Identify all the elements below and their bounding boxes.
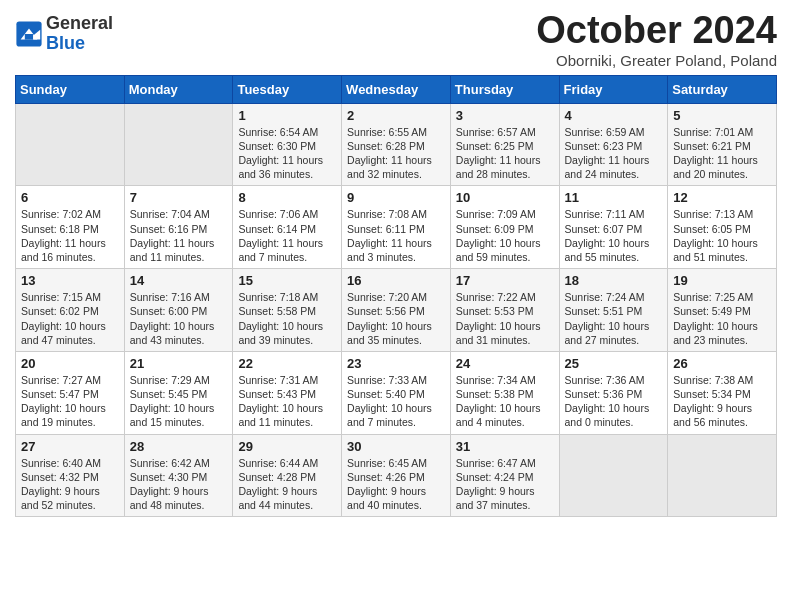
header-day-saturday: Saturday xyxy=(668,75,777,103)
cell-content: Sunrise: 7:15 AM Sunset: 6:02 PM Dayligh… xyxy=(21,290,119,347)
day-number: 14 xyxy=(130,273,228,288)
logo-icon xyxy=(15,20,43,48)
header-day-tuesday: Tuesday xyxy=(233,75,342,103)
calendar-cell: 11Sunrise: 7:11 AM Sunset: 6:07 PM Dayli… xyxy=(559,186,668,269)
day-number: 16 xyxy=(347,273,445,288)
calendar-cell: 5Sunrise: 7:01 AM Sunset: 6:21 PM Daylig… xyxy=(668,103,777,186)
header-day-thursday: Thursday xyxy=(450,75,559,103)
header-day-wednesday: Wednesday xyxy=(342,75,451,103)
calendar-cell: 24Sunrise: 7:34 AM Sunset: 5:38 PM Dayli… xyxy=(450,351,559,434)
day-number: 6 xyxy=(21,190,119,205)
day-number: 10 xyxy=(456,190,554,205)
logo-general-text: General xyxy=(46,14,113,34)
calendar-table: SundayMondayTuesdayWednesdayThursdayFrid… xyxy=(15,75,777,517)
month-title: October 2024 xyxy=(536,10,777,52)
day-number: 4 xyxy=(565,108,663,123)
day-number: 17 xyxy=(456,273,554,288)
calendar-cell: 3Sunrise: 6:57 AM Sunset: 6:25 PM Daylig… xyxy=(450,103,559,186)
day-number: 7 xyxy=(130,190,228,205)
cell-content: Sunrise: 7:01 AM Sunset: 6:21 PM Dayligh… xyxy=(673,125,771,182)
cell-content: Sunrise: 7:38 AM Sunset: 5:34 PM Dayligh… xyxy=(673,373,771,430)
calendar-cell: 25Sunrise: 7:36 AM Sunset: 5:36 PM Dayli… xyxy=(559,351,668,434)
week-row: 6Sunrise: 7:02 AM Sunset: 6:18 PM Daylig… xyxy=(16,186,777,269)
day-number: 5 xyxy=(673,108,771,123)
day-number: 1 xyxy=(238,108,336,123)
day-number: 19 xyxy=(673,273,771,288)
cell-content: Sunrise: 7:09 AM Sunset: 6:09 PM Dayligh… xyxy=(456,207,554,264)
cell-content: Sunrise: 7:20 AM Sunset: 5:56 PM Dayligh… xyxy=(347,290,445,347)
calendar-cell: 7Sunrise: 7:04 AM Sunset: 6:16 PM Daylig… xyxy=(124,186,233,269)
day-number: 28 xyxy=(130,439,228,454)
calendar-cell: 16Sunrise: 7:20 AM Sunset: 5:56 PM Dayli… xyxy=(342,269,451,352)
day-number: 15 xyxy=(238,273,336,288)
week-row: 13Sunrise: 7:15 AM Sunset: 6:02 PM Dayli… xyxy=(16,269,777,352)
calendar-cell: 23Sunrise: 7:33 AM Sunset: 5:40 PM Dayli… xyxy=(342,351,451,434)
calendar-cell: 26Sunrise: 7:38 AM Sunset: 5:34 PM Dayli… xyxy=(668,351,777,434)
cell-content: Sunrise: 6:47 AM Sunset: 4:24 PM Dayligh… xyxy=(456,456,554,513)
week-row: 20Sunrise: 7:27 AM Sunset: 5:47 PM Dayli… xyxy=(16,351,777,434)
day-number: 3 xyxy=(456,108,554,123)
calendar-cell: 9Sunrise: 7:08 AM Sunset: 6:11 PM Daylig… xyxy=(342,186,451,269)
calendar-cell xyxy=(16,103,125,186)
cell-content: Sunrise: 6:55 AM Sunset: 6:28 PM Dayligh… xyxy=(347,125,445,182)
day-number: 27 xyxy=(21,439,119,454)
cell-content: Sunrise: 6:54 AM Sunset: 6:30 PM Dayligh… xyxy=(238,125,336,182)
header-row: SundayMondayTuesdayWednesdayThursdayFrid… xyxy=(16,75,777,103)
calendar-cell: 1Sunrise: 6:54 AM Sunset: 6:30 PM Daylig… xyxy=(233,103,342,186)
cell-content: Sunrise: 7:34 AM Sunset: 5:38 PM Dayligh… xyxy=(456,373,554,430)
day-number: 23 xyxy=(347,356,445,371)
calendar-body: 1Sunrise: 6:54 AM Sunset: 6:30 PM Daylig… xyxy=(16,103,777,516)
cell-content: Sunrise: 7:36 AM Sunset: 5:36 PM Dayligh… xyxy=(565,373,663,430)
cell-content: Sunrise: 6:44 AM Sunset: 4:28 PM Dayligh… xyxy=(238,456,336,513)
calendar-cell xyxy=(668,434,777,517)
calendar-cell: 30Sunrise: 6:45 AM Sunset: 4:26 PM Dayli… xyxy=(342,434,451,517)
logo-blue-text: Blue xyxy=(46,34,113,54)
calendar-cell: 20Sunrise: 7:27 AM Sunset: 5:47 PM Dayli… xyxy=(16,351,125,434)
cell-content: Sunrise: 6:59 AM Sunset: 6:23 PM Dayligh… xyxy=(565,125,663,182)
cell-content: Sunrise: 6:40 AM Sunset: 4:32 PM Dayligh… xyxy=(21,456,119,513)
svg-rect-2 xyxy=(25,34,33,40)
day-number: 12 xyxy=(673,190,771,205)
calendar-cell: 14Sunrise: 7:16 AM Sunset: 6:00 PM Dayli… xyxy=(124,269,233,352)
day-number: 25 xyxy=(565,356,663,371)
calendar-cell: 29Sunrise: 6:44 AM Sunset: 4:28 PM Dayli… xyxy=(233,434,342,517)
calendar-cell: 18Sunrise: 7:24 AM Sunset: 5:51 PM Dayli… xyxy=(559,269,668,352)
cell-content: Sunrise: 7:31 AM Sunset: 5:43 PM Dayligh… xyxy=(238,373,336,430)
calendar-cell: 8Sunrise: 7:06 AM Sunset: 6:14 PM Daylig… xyxy=(233,186,342,269)
cell-content: Sunrise: 7:16 AM Sunset: 6:00 PM Dayligh… xyxy=(130,290,228,347)
calendar-cell xyxy=(559,434,668,517)
cell-content: Sunrise: 6:42 AM Sunset: 4:30 PM Dayligh… xyxy=(130,456,228,513)
calendar-cell: 19Sunrise: 7:25 AM Sunset: 5:49 PM Dayli… xyxy=(668,269,777,352)
cell-content: Sunrise: 7:29 AM Sunset: 5:45 PM Dayligh… xyxy=(130,373,228,430)
day-number: 21 xyxy=(130,356,228,371)
day-number: 18 xyxy=(565,273,663,288)
calendar-cell: 28Sunrise: 6:42 AM Sunset: 4:30 PM Dayli… xyxy=(124,434,233,517)
calendar-cell: 6Sunrise: 7:02 AM Sunset: 6:18 PM Daylig… xyxy=(16,186,125,269)
calendar-cell: 22Sunrise: 7:31 AM Sunset: 5:43 PM Dayli… xyxy=(233,351,342,434)
day-number: 2 xyxy=(347,108,445,123)
page-header: General Blue October 2024 Oborniki, Grea… xyxy=(15,10,777,69)
cell-content: Sunrise: 7:02 AM Sunset: 6:18 PM Dayligh… xyxy=(21,207,119,264)
header-day-friday: Friday xyxy=(559,75,668,103)
week-row: 1Sunrise: 6:54 AM Sunset: 6:30 PM Daylig… xyxy=(16,103,777,186)
calendar-cell: 21Sunrise: 7:29 AM Sunset: 5:45 PM Dayli… xyxy=(124,351,233,434)
cell-content: Sunrise: 7:13 AM Sunset: 6:05 PM Dayligh… xyxy=(673,207,771,264)
logo: General Blue xyxy=(15,14,113,54)
day-number: 13 xyxy=(21,273,119,288)
day-number: 11 xyxy=(565,190,663,205)
cell-content: Sunrise: 7:11 AM Sunset: 6:07 PM Dayligh… xyxy=(565,207,663,264)
day-number: 26 xyxy=(673,356,771,371)
cell-content: Sunrise: 7:24 AM Sunset: 5:51 PM Dayligh… xyxy=(565,290,663,347)
cell-content: Sunrise: 7:27 AM Sunset: 5:47 PM Dayligh… xyxy=(21,373,119,430)
calendar-cell xyxy=(124,103,233,186)
day-number: 8 xyxy=(238,190,336,205)
calendar-cell: 2Sunrise: 6:55 AM Sunset: 6:28 PM Daylig… xyxy=(342,103,451,186)
day-number: 24 xyxy=(456,356,554,371)
day-number: 9 xyxy=(347,190,445,205)
calendar-cell: 13Sunrise: 7:15 AM Sunset: 6:02 PM Dayli… xyxy=(16,269,125,352)
calendar-cell: 17Sunrise: 7:22 AM Sunset: 5:53 PM Dayli… xyxy=(450,269,559,352)
cell-content: Sunrise: 7:06 AM Sunset: 6:14 PM Dayligh… xyxy=(238,207,336,264)
calendar-cell: 12Sunrise: 7:13 AM Sunset: 6:05 PM Dayli… xyxy=(668,186,777,269)
week-row: 27Sunrise: 6:40 AM Sunset: 4:32 PM Dayli… xyxy=(16,434,777,517)
calendar-cell: 31Sunrise: 6:47 AM Sunset: 4:24 PM Dayli… xyxy=(450,434,559,517)
